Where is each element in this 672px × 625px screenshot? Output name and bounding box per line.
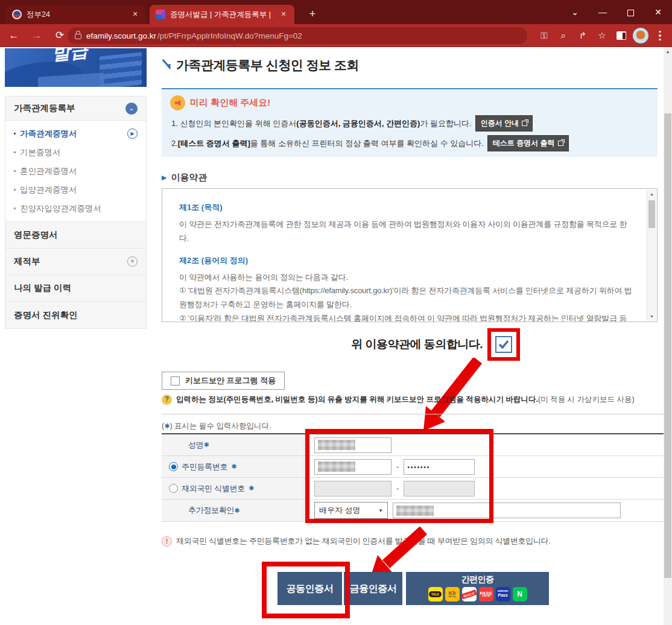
url-bar[interactable]: efamily.scourt.go.kr/pt/PtFrrpApplrInfoI… xyxy=(68,27,527,44)
sidebar-item-english-cert[interactable]: 영문증명서 xyxy=(5,222,146,249)
select-arrow-icon: ▼ xyxy=(378,508,383,513)
terms-article2-body: 이 약관에서 사용하는 용어의 정의는 다음과 같다. ① '대법원 전자가족관… xyxy=(179,271,633,323)
page-content: 발급 가족관계등록부 ⌄ 가족관계증명서 ▶ 기본증명서 xyxy=(0,47,672,625)
terms-scrollbar[interactable]: ▲ ▼ xyxy=(647,189,656,321)
payco-icon: PAYCO xyxy=(462,587,477,601)
page-scrollbar[interactable]: ▲ xyxy=(664,47,672,625)
page-title-row: 가족관계등록부 신청인 정보 조회 xyxy=(162,57,359,74)
lock-icon xyxy=(75,34,81,39)
exclamation-icon: ! xyxy=(162,536,172,547)
tab-close-icon[interactable]: ✕ xyxy=(130,10,140,19)
finance-cert-button[interactable]: 금융인증서 xyxy=(344,572,402,605)
sidebar-item-jejeokbu[interactable]: 제적부 + xyxy=(5,249,146,275)
share-icon[interactable]: ↱ xyxy=(574,27,591,44)
sidebar-item-family-register[interactable]: 가족관계등록부 ⌄ xyxy=(5,97,146,121)
back-icon[interactable]: ← xyxy=(5,27,23,45)
form-row-overseas-id: 재외국민 식별번호✱ - xyxy=(162,478,664,500)
tab-search-icon[interactable]: ⌄ xyxy=(561,0,589,24)
terms-box[interactable]: 제1조 (목적) 이 약관은 전자가족관계등록에 관한 정보의 제공과 이용 등… xyxy=(162,188,658,322)
scroll-up-icon[interactable]: ▲ xyxy=(664,47,672,56)
password-key-icon[interactable]: ⚿ xyxy=(536,27,553,44)
check-icon xyxy=(498,338,510,351)
naver-icon: N xyxy=(513,587,527,601)
blurred-value xyxy=(396,506,434,516)
efamily-favicon xyxy=(156,10,165,19)
required-note: (✱) 표시는 필수 입력사항입니다. xyxy=(162,421,271,431)
title-mark-icon xyxy=(162,59,171,69)
additional-info-input[interactable] xyxy=(393,503,621,518)
banner-script-text: 발급 xyxy=(51,48,89,66)
agree-highlight-box xyxy=(487,328,520,361)
agree-checkbox[interactable] xyxy=(495,336,512,353)
sidebar-item-basic-cert[interactable]: 기본증명서 xyxy=(5,143,146,162)
scroll-thumb[interactable] xyxy=(648,200,655,228)
url-domain: efamily.scourt.go.kr xyxy=(86,31,156,40)
keyboard-security-button[interactable]: 키보드보안 프로그램 적용 xyxy=(162,372,285,390)
joint-cert-button[interactable]: 공동인증서 xyxy=(277,572,342,605)
close-button[interactable]: ✕ xyxy=(644,0,672,24)
sidebar-item-full-adoption-cert[interactable]: 친양자입양관계증명서 xyxy=(5,199,146,218)
notice-line-2: 2. [테스트 증명서 출력]을 통해 소유하신 프린터의 정상 출력 여부를 … xyxy=(171,135,649,151)
overseas-id-front-input xyxy=(314,481,391,497)
terms-article1-title: 제1조 (목적) xyxy=(179,202,633,213)
sidebar-item-adoption-cert[interactable]: 입양관계증명서 xyxy=(5,180,146,199)
sidebar-item-my-history[interactable]: 나의 발급 이력 xyxy=(5,275,146,302)
simple-auth-button[interactable]: 간편인증 TALK KbKB인증 PAYCO PASS간편인증 SAMSUNGP… xyxy=(406,572,549,605)
sidebar-item-cert-verification[interactable]: 증명서 진위확인 xyxy=(5,302,146,328)
overseas-id-radio[interactable] xyxy=(169,484,178,493)
zoom-icon[interactable]: ⌕ xyxy=(555,27,572,44)
minimize-button[interactable]: — xyxy=(589,0,617,24)
keyboard-security-label: 키보드보안 프로그램 적용 xyxy=(185,375,276,386)
scroll-down-icon[interactable]: ▼ xyxy=(647,312,656,321)
bookmark-star-icon[interactable]: ☆ xyxy=(594,27,610,44)
terms-article2-title: 제2조 (용어의 정의) xyxy=(179,255,633,266)
profile-avatar[interactable] xyxy=(632,27,649,44)
plus-circle-icon: + xyxy=(127,256,138,267)
menu-dots-icon[interactable] xyxy=(651,27,668,44)
terms-heading: 이용약관 xyxy=(171,172,207,183)
additional-info-select[interactable]: 배우자 성명 ▼ xyxy=(314,502,388,519)
scroll-thumb[interactable] xyxy=(664,113,671,578)
kakao-talk-icon: TALK xyxy=(428,587,443,601)
notice-box: 미리 확인해 주세요! 1. 신청인의 본인확인을 위해 인증서(공동인증서, … xyxy=(162,88,658,157)
kb-cert-icon: KbKB인증 xyxy=(445,587,460,601)
overseas-id-note: ! 재외국민 식별번호는 주민등록번호가 없는 재외국민이 인증서를 발급받을 … xyxy=(162,536,551,547)
test-cert-print-button[interactable]: 테스트 증명서 출력 xyxy=(487,135,569,151)
forward-icon[interactable]: → xyxy=(28,27,46,45)
sidebar-submenu: 가족관계증명서 ▶ 기본증명서 혼인관계증명서 입양관계증명서 xyxy=(5,121,146,222)
sidebar-menu: 가족관계등록부 ⌄ 가족관계증명서 ▶ 기본증명서 혼인관계 xyxy=(5,96,147,329)
tab-close-icon[interactable]: ✕ xyxy=(279,10,288,19)
resident-number-front-input[interactable] xyxy=(314,459,391,475)
scroll-up-icon[interactable]: ▲ xyxy=(647,189,656,198)
keyboard-security-help: ? 입력하는 정보(주민등록번호, 비밀번호 등)의 유출 방지를 위해 키보드… xyxy=(162,395,635,405)
auth-buttons-row: 공동인증서 금융인증서 간편인증 TALK KbKB인증 PAYCO PASS간… xyxy=(162,572,664,606)
resident-number-back-input[interactable]: ••••••• xyxy=(404,459,475,475)
simple-auth-title: 간편인증 xyxy=(406,574,549,585)
resident-number-radio[interactable] xyxy=(169,462,178,471)
sidebar-banner-image: 발급 xyxy=(5,48,147,87)
maximize-button[interactable] xyxy=(617,0,644,24)
form-row-additional-info: 추가정보확인✱ 배우자 성명 ▼ xyxy=(162,500,664,521)
sidebar-item-marriage-cert[interactable]: 혼인관계증명서 xyxy=(5,162,146,180)
tab-efamily[interactable]: 증명서발급 | 가족관계등록부 | 가 ✕ xyxy=(150,5,294,24)
tab-gov24[interactable]: 정부24 ✕ xyxy=(6,5,146,24)
blurred-value xyxy=(318,440,355,450)
megaphone-icon xyxy=(170,95,185,110)
maximize-icon xyxy=(627,10,634,16)
overseas-id-back-input xyxy=(404,481,475,497)
new-tab-button[interactable]: + xyxy=(304,6,321,23)
external-link-icon xyxy=(522,121,527,126)
external-link-icon xyxy=(558,141,563,146)
terms-heading-row: ▶ 이용약관 xyxy=(162,172,207,183)
toolbar-right-icons: ⚿ ⌕ ↱ ☆ xyxy=(536,25,668,46)
browser-window: 정부24 ✕ 증명서발급 | 가족관계등록부 | 가 ✕ + ⌄ — ✕ ← →… xyxy=(0,0,672,625)
side-panel-icon[interactable] xyxy=(613,27,630,44)
sidebar-item-family-cert[interactable]: 가족관계증명서 ▶ xyxy=(5,124,146,143)
cert-guide-button[interactable]: 인증서 안내 xyxy=(475,115,533,132)
reload-icon[interactable]: ⟳ xyxy=(51,27,69,45)
keyboard-security-checkbox[interactable] xyxy=(171,376,180,385)
required-star-icon: ✱ xyxy=(164,422,170,430)
chevron-down-icon: ⌄ xyxy=(125,103,138,115)
terms-marker-icon: ▶ xyxy=(162,174,166,182)
name-input[interactable] xyxy=(314,437,391,453)
